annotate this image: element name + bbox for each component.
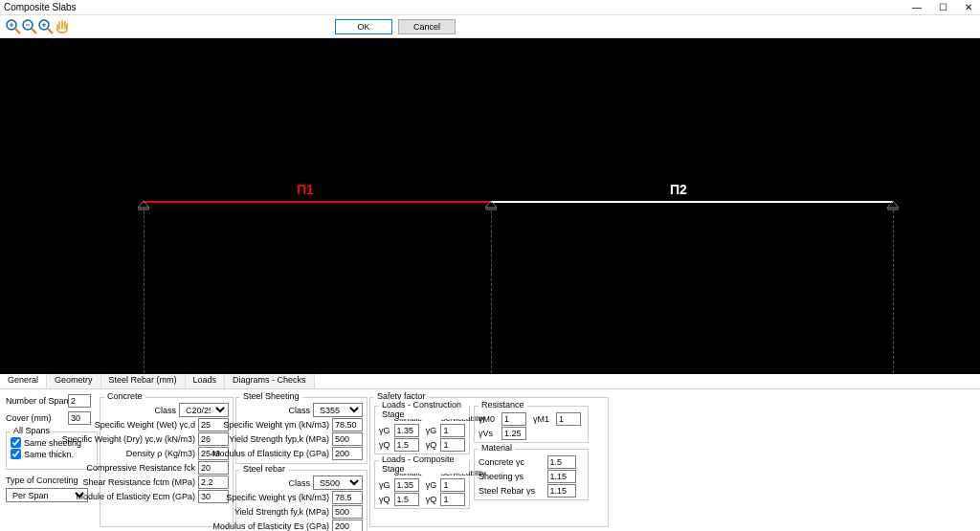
svg-line-5	[32, 29, 36, 33]
rebar-fyk-label: Yield Strength fy,k (MPa)	[234, 507, 329, 517]
window-title: Composite Slabs	[4, 2, 908, 12]
material-legend: Material	[479, 443, 515, 453]
sw-dry-input[interactable]	[198, 432, 229, 446]
fctm-label: Shear Resistance fctm (MPa)	[82, 477, 195, 487]
resistance-legend: Resistance	[479, 400, 527, 409]
title-bar: Composite Slabs — ☐ ✕	[0, 0, 980, 15]
close-button[interactable]: ✕	[961, 2, 976, 12]
gM1-input[interactable]	[556, 412, 581, 426]
rebar-sw-label: Specific Weight γs (kN/m3)	[226, 493, 329, 502]
svg-line-8	[48, 29, 53, 33]
gVs-label: γVs	[479, 429, 498, 438]
density-label: Density ρ (Kg/m3)	[126, 449, 195, 458]
pan-icon[interactable]	[55, 19, 70, 34]
dashed-line	[144, 210, 145, 373]
rebar-es-label: Modulus of Elasticity Es (GPa)	[212, 521, 329, 531]
cover-label: Cover (mm)	[6, 413, 65, 423]
same-thickn-check[interactable]	[11, 449, 21, 459]
p-u-gG[interactable]	[394, 478, 419, 492]
sheeting-sw-input[interactable]	[332, 418, 363, 431]
concrete-gc-input[interactable]	[547, 455, 576, 469]
svg-line-1	[15, 29, 20, 33]
sheeting-legend: Steel Sheeting	[240, 391, 302, 401]
tab-steel-rebar[interactable]: Steel Rebar (mm)	[101, 374, 186, 388]
fctm-input[interactable]	[198, 476, 229, 489]
sw-wet-label: Specific Weight (Wet) γc,d	[95, 420, 195, 430]
num-spans-label: Number of Spans	[6, 396, 65, 406]
sheeting-fypk-label: Yield Strength fyp,k (MPa)	[229, 434, 329, 444]
gVs-input[interactable]	[501, 427, 526, 440]
all-spans-legend: All Spans	[11, 426, 53, 435]
rebar-gs-label: Steel Rebar γs	[479, 486, 544, 496]
same-thickn-label: Same thickn.	[24, 450, 74, 459]
construction-legend: Loads - Construction Stage	[379, 400, 469, 419]
gG-label: γG	[379, 426, 390, 435]
span-label-1: Π1	[297, 182, 314, 197]
dashed-line	[491, 210, 492, 373]
c-u-gG[interactable]	[394, 424, 419, 437]
zoom-window-icon[interactable]	[38, 19, 54, 34]
fck-input[interactable]	[198, 461, 229, 475]
tab-loads[interactable]: Loads	[186, 374, 226, 388]
rebar-fyk-input[interactable]	[332, 505, 363, 519]
c-s-gG[interactable]	[440, 424, 465, 437]
zoom-in-icon[interactable]	[6, 19, 21, 34]
gM1-label: γΜ1	[533, 414, 552, 424]
concrete-class-label: Class	[154, 406, 176, 415]
sheeting-gs-input[interactable]	[547, 470, 576, 483]
rebar-es-input[interactable]	[332, 520, 363, 531]
ecm-label: Module of Elasticity Ecm (GPa)	[76, 492, 195, 501]
cancel-button[interactable]: Cancel	[398, 19, 456, 34]
support-middle	[485, 201, 497, 209]
sheeting-sw-label: Specific Weight γm (kN/m3)	[223, 420, 329, 430]
concrete-legend: Concrete	[104, 391, 145, 401]
gQ-label: γQ	[379, 440, 390, 450]
p-u-gQ[interactable]	[394, 493, 419, 506]
sheeting-fypk-input[interactable]	[332, 432, 363, 446]
num-spans-input[interactable]	[68, 394, 91, 408]
sw-dry-label: Specific Weight (Dry) γc,w (kN/m3)	[62, 434, 195, 444]
c-u-gQ[interactable]	[394, 438, 419, 452]
fck-label: Compressive Resistance fck	[86, 463, 195, 473]
sheeting-ep-input[interactable]	[332, 447, 363, 460]
rebar-sw-input[interactable]	[332, 491, 363, 504]
tab-diagrams[interactable]: Diagrams - Checks	[225, 374, 315, 388]
rebar-class-label: Class	[288, 478, 310, 488]
tab-geometry[interactable]: Geometry	[47, 374, 101, 388]
tab-general[interactable]: General	[0, 374, 47, 388]
sheeting-class-select[interactable]: S355	[313, 403, 363, 417]
tab-bar: General Geometry Steel Rebar (mm) Loads …	[0, 374, 980, 389]
support-right	[887, 201, 899, 209]
svg-marker-11	[138, 201, 149, 208]
dashed-line	[893, 210, 894, 373]
concrete-gc-label: Concrete γc	[479, 457, 544, 467]
beam-span-2	[491, 201, 893, 203]
beam-span-1	[144, 201, 491, 203]
minimize-button[interactable]: —	[908, 2, 925, 12]
maximize-button[interactable]: ☐	[935, 2, 951, 12]
support-left	[138, 201, 149, 209]
gM0-input[interactable]	[501, 412, 526, 426]
gM0-label: γΜ0	[479, 414, 498, 424]
c-s-gQ[interactable]	[440, 438, 465, 452]
rebar-class-select[interactable]: S500	[313, 476, 363, 490]
p-s-gQ[interactable]	[440, 493, 465, 506]
svg-marker-15	[887, 201, 899, 208]
viewport[interactable]: Π1 Π2	[0, 38, 980, 374]
panel-general: Number of Spans Cover (mm) All Spans Sam…	[0, 389, 980, 531]
rebar-gs-input[interactable]	[547, 484, 576, 498]
type-concreting-label: Type of Concreting	[6, 476, 78, 485]
sheeting-gs-label: Sheeting γs	[479, 472, 544, 481]
concrete-class-select[interactable]: C20/25	[179, 403, 229, 417]
p-s-gG[interactable]	[440, 478, 465, 492]
cover-input[interactable]	[68, 411, 91, 425]
zoom-out-icon[interactable]	[22, 19, 37, 34]
ok-button[interactable]: OK	[335, 19, 392, 34]
ecm-input[interactable]	[198, 490, 229, 503]
composite-legend: Loads - Composite Stage	[379, 454, 469, 474]
rebar-legend: Steel rebar	[240, 464, 288, 474]
same-sheeting-check[interactable]	[11, 437, 21, 448]
span-label-2: Π2	[670, 182, 687, 197]
toolbar: OK Cancel	[0, 15, 980, 38]
svg-marker-13	[485, 201, 497, 208]
